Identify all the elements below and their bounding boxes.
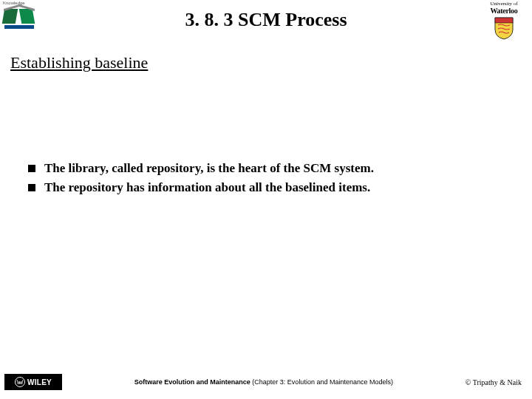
wiley-text: WILEY xyxy=(27,378,52,386)
footer-center-text: Software Evolution and Maintenance (Chap… xyxy=(62,378,466,386)
bullet-text: The repository has information about all… xyxy=(44,180,370,195)
list-item: The library, called repository, is the h… xyxy=(28,161,510,176)
university-logo: University of Waterloo xyxy=(482,1,526,41)
wiley-icon xyxy=(15,377,25,387)
slide-header: Knowledge University of Waterloo 3. 8. 3… xyxy=(0,0,532,52)
bullet-list: The library, called repository, is the h… xyxy=(0,161,532,195)
svg-rect-1 xyxy=(19,9,35,24)
svg-rect-4 xyxy=(495,18,513,23)
university-line2: Waterloo xyxy=(482,7,526,15)
university-line1: University of xyxy=(482,1,526,7)
bullet-icon xyxy=(28,165,35,172)
slide-title: 3. 8. 3 SCM Process xyxy=(0,0,532,31)
slide-subtitle: Establishing baseline xyxy=(0,53,532,72)
bullet-icon xyxy=(28,184,35,191)
bullet-text: The library, called repository, is the h… xyxy=(44,161,374,176)
slide-footer: WILEY Software Evolution and Maintenance… xyxy=(0,365,532,399)
footer-book-title: Software Evolution and Maintenance xyxy=(134,378,250,386)
list-item: The repository has information about all… xyxy=(28,180,510,195)
svg-rect-3 xyxy=(4,25,34,29)
knowledge-logo-text: Knowledge xyxy=(3,1,25,5)
svg-rect-0 xyxy=(2,9,18,24)
knowledge-icon xyxy=(1,1,41,31)
crest-icon xyxy=(494,16,514,40)
wiley-logo: WILEY xyxy=(4,374,62,390)
knowledge-logo: Knowledge xyxy=(1,1,41,33)
footer-chapter: (Chapter 3: Evolution and Maintenance Mo… xyxy=(250,378,393,386)
footer-copyright: © Tripathy & Naik xyxy=(466,378,532,386)
